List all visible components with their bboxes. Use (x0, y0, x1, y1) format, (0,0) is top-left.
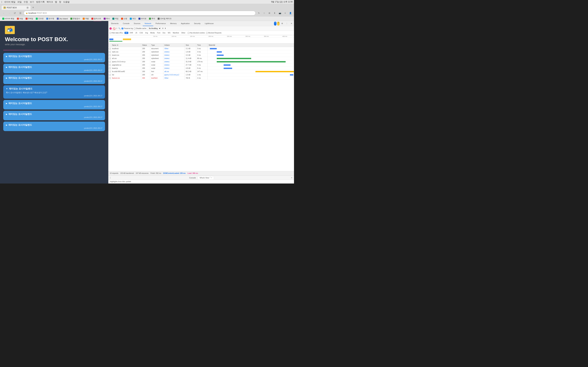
blocked-requests-checkbox[interactable] (206, 32, 208, 34)
bookmark-mobile[interactable]: 모바일 북마크 (157, 17, 173, 20)
post-item-6[interactable]: ▶ 재미있는 요시아일랜드 yondo123 | 2021.09.17 (3, 122, 105, 131)
throttle-select[interactable]: No throttling (147, 27, 161, 30)
initiator-link[interactable]: (index) (164, 54, 170, 56)
filter-all[interactable]: All (124, 32, 128, 34)
network-row-8[interactable]: list 200 xhr jquery-3.6.0.min.js:2 1.5 k… (108, 73, 294, 76)
filter-manifest[interactable]: Manifest (172, 32, 180, 34)
profile-icon[interactable]: 👤 (288, 11, 293, 15)
post-item-3[interactable]: ▼ 재미있는 요시아일랜드 혹시 요시아일랜드 해보셨나요? 해보셨다고요? y… (3, 85, 105, 99)
menu-help[interactable]: 도움말 (63, 0, 69, 3)
row-checkbox[interactable] (108, 60, 111, 63)
row-checkbox[interactable] (108, 54, 111, 57)
post-item-2[interactable]: ▶ 재미있는 요시아일랜드 yondo123 | 2021.09.17 (3, 75, 105, 84)
disable-cache-label[interactable]: Disable cache (134, 27, 146, 29)
hide-data-urls-checkbox[interactable] (109, 32, 111, 34)
whatsnew-tab-close[interactable]: × (211, 177, 212, 179)
menu-tab[interactable]: 탭 (55, 0, 57, 3)
bookmark-jiny[interactable]: Jiny Island (56, 17, 69, 20)
post-item-4[interactable]: ▶ 재미있는 요시아일랜드 yondo123 | 2021.09.17 (3, 100, 105, 109)
disable-cache-checkbox[interactable] (134, 28, 136, 29)
initiator-link[interactable]: (index) (164, 58, 170, 59)
tab-security[interactable]: Security (192, 21, 202, 26)
bookmark-illust[interactable]: 일러스트 (90, 17, 102, 20)
tab-console[interactable]: Console (121, 21, 131, 26)
menu-file[interactable]: 파일 (17, 0, 22, 3)
bookmark-shopping[interactable]: 쇼핑 (120, 17, 128, 20)
filter-icon[interactable]: ▽ (116, 27, 117, 30)
post-item-0[interactable]: ▶ 재미있는 요시아일랜드 yondo123 | 2021.09.17 (3, 53, 105, 62)
settings-button[interactable]: ⚙ (280, 22, 284, 25)
active-tab[interactable]: 📬 POST BOX × (1, 5, 31, 10)
post-item-1[interactable]: ▶ 재미있는 요시아일랜드 yondo123 | 2021.09.17 (3, 64, 105, 73)
bookmark-company[interactable]: 회사 (103, 17, 111, 20)
settings-icon[interactable]: ≡ (283, 11, 287, 15)
tab-elements[interactable]: Elements (109, 21, 121, 26)
network-row-3[interactable]: all.css 200 stylesheet (index) 11.4 kB 8… (108, 57, 294, 60)
network-row-7[interactable]: fa-solid-900.woff2 200 font all.css 68.2… (108, 70, 294, 73)
network-row-1[interactable]: style.css 200 stylesheet (index) 1.6 kB … (108, 50, 294, 54)
row-checkbox[interactable] (108, 63, 111, 67)
initiator-link[interactable]: Other (164, 77, 168, 79)
bookmark-grammar[interactable]: 문법검사 (69, 17, 81, 20)
post-item-5[interactable]: ▶ 재미있는 요시아일랜드 yondo123 | 2021.09.17 (3, 111, 105, 120)
network-row-4[interactable]: jquery-3.6.0.min.js 200 script (index) 3… (108, 60, 294, 63)
tab-memory[interactable]: Memory (168, 21, 179, 26)
new-tab-button[interactable]: + (31, 5, 35, 10)
initiator-link[interactable]: (index) (164, 64, 170, 66)
row-checkbox[interactable] (108, 50, 111, 53)
has-blocked-cookies-checkbox[interactable] (188, 32, 189, 34)
console-tab-console[interactable]: Console (188, 176, 197, 179)
reload-icon[interactable]: ↻ (257, 11, 261, 15)
bookmark-dev[interactable]: 개발 (82, 17, 90, 20)
filter-xhr[interactable]: XHR (129, 32, 134, 34)
tab-lighthouse[interactable]: Lighthouse (203, 21, 216, 26)
bookmark-personal[interactable]: 개인 (129, 17, 137, 20)
screenshot-icon[interactable]: 📷 (277, 11, 282, 15)
console-panel-close[interactable]: × (290, 176, 293, 179)
menu-bookmarks[interactable]: 북마크 (47, 0, 53, 3)
row-checkbox[interactable] (108, 67, 111, 70)
download-icon[interactable]: ⬇ (164, 27, 166, 30)
row-checkbox[interactable] (108, 76, 111, 80)
row-checkbox[interactable] (108, 47, 111, 50)
bookmark-whale[interactable]: 네이버 웨일 (1, 17, 15, 20)
initiator-link[interactable]: jquery-3.6.0.min.js:2 (164, 74, 179, 76)
bookmark-game[interactable]: 게임 (111, 17, 120, 20)
initiator-link[interactable]: Other (164, 48, 168, 50)
network-row-6[interactable]: board.js 200 script (index) 4.8 kB 6 ms (108, 67, 294, 70)
filter-doc[interactable]: Doc (162, 32, 166, 34)
bookmark-gmail[interactable]: G메일 (25, 17, 34, 20)
row-checkbox[interactable] (108, 57, 111, 60)
header-name-col[interactable]: Name ▼ (111, 43, 141, 47)
write-button[interactable]: Write (92, 21, 103, 21)
header-name[interactable] (108, 43, 111, 47)
download-icon[interactable]: ⬇ (272, 11, 277, 15)
filter-other[interactable]: Other (180, 32, 186, 34)
refresh-button[interactable]: ↺ (12, 11, 17, 15)
record-button[interactable] (109, 27, 112, 30)
bookmark-python[interactable]: 파이썬 (138, 17, 147, 20)
console-dots-icon[interactable]: ⋮ (109, 176, 111, 179)
forward-button[interactable]: › (7, 11, 11, 15)
initiator-link[interactable]: (index) (164, 61, 170, 63)
row-checkbox[interactable] (108, 70, 111, 73)
star-icon[interactable]: ☆ (262, 11, 267, 15)
console-tab-whatsnew[interactable]: What's New * × (198, 176, 214, 179)
has-blocked-cookies-label[interactable]: Has blocked cookies (188, 32, 205, 34)
upload-icon[interactable]: ⬆ (162, 27, 164, 30)
header-waterfall[interactable]: Waterfall (208, 43, 294, 47)
more-options-button[interactable]: ⋮ (285, 22, 289, 25)
menu-window[interactable]: 창 (59, 0, 61, 3)
menu-view[interactable]: 보기 (30, 0, 34, 3)
network-row-9[interactable]: favicon.ico 404 text/html Other 704 B 2 … (108, 76, 294, 80)
hide-data-urls-label[interactable]: Hide data URLs (109, 32, 123, 34)
back-button[interactable]: ‹ (1, 11, 6, 15)
menu-edit[interactable]: 수정 (24, 0, 28, 3)
close-devtools-button[interactable]: ✕ (289, 22, 293, 25)
menu-history[interactable]: 방문기록 (36, 0, 45, 3)
tab-network[interactable]: Network (143, 21, 153, 26)
tab-performance[interactable]: Performance (154, 21, 168, 26)
bookmark-invest[interactable]: 투자 (148, 17, 156, 20)
address-bar[interactable]: 🔒 localhost POST BOX (24, 11, 256, 15)
header-status[interactable]: Status (141, 43, 150, 47)
